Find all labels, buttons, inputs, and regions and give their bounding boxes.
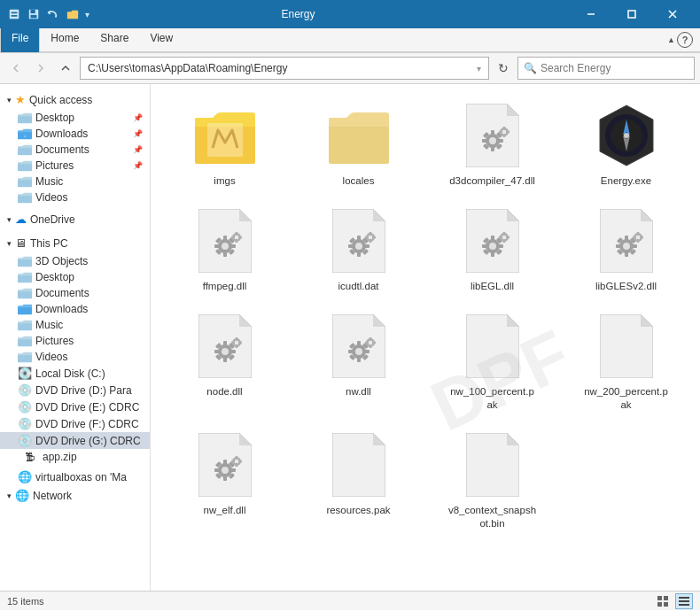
nw100-svg <box>466 314 519 378</box>
svg-rect-171 <box>230 468 236 472</box>
tab-share[interactable]: Share <box>89 28 139 51</box>
sidebar-item-dvd-g[interactable]: 💿 DVD Drive (G:) CDRC <box>0 432 150 449</box>
onedrive-header[interactable]: ▾ ☁ OneDrive <box>0 209 150 229</box>
address-dropdown-arrow[interactable]: ▾ <box>477 64 481 73</box>
svg-rect-190 <box>679 597 689 599</box>
svg-point-167 <box>222 467 229 474</box>
chevron-up-icon: ▲ <box>667 35 675 44</box>
maximize-button[interactable] <box>611 0 652 28</box>
file-item-node[interactable]: node.dll <box>159 304 290 419</box>
title-bar: ▾ Energy <box>0 0 700 28</box>
sidebar-item-3dobjects[interactable]: 3D Objects <box>0 253 150 269</box>
3dobjects-icon <box>18 255 32 267</box>
quick-access-header[interactable]: ▾ ★ Quick access <box>0 89 150 110</box>
sidebar-item-desktop-pc[interactable]: Desktop <box>0 269 150 285</box>
refresh-button[interactable]: ↻ <box>493 58 514 79</box>
sidebar-item-pictures-quick[interactable]: Pictures 📌 <box>0 158 150 174</box>
help-button[interactable]: ▲ ? <box>660 28 700 51</box>
file-item-icudtl[interactable]: icudtl.dat <box>293 198 424 300</box>
sidebar-item-dvd-d[interactable]: 💿 DVD Drive (D:) Para <box>0 382 150 398</box>
file-item-locales[interactable]: locales <box>293 93 424 195</box>
virtualbox-label: virtualboxas on 'Ma <box>35 471 143 483</box>
locales-folder-svg <box>327 105 391 166</box>
large-icons-view-button[interactable] <box>654 593 672 609</box>
network-header[interactable]: ▾ 🌐 Network <box>0 485 150 506</box>
sidebar-item-desktop-quick[interactable]: Desktop 📌 <box>0 110 150 126</box>
nw-icon <box>323 311 394 382</box>
file-item-resources[interactable]: resources.pak <box>293 422 424 538</box>
tab-home[interactable]: Home <box>40 28 89 51</box>
downloads-pc-label: Downloads <box>35 303 143 315</box>
file-item-imgs[interactable]: imgs <box>159 93 290 195</box>
svg-rect-189 <box>664 602 668 607</box>
zip-icon: 🗜 <box>25 452 39 462</box>
sidebar-item-dvd-e[interactable]: 💿 DVD Drive (E:) CDRC <box>0 398 150 415</box>
network-arrow: ▾ <box>7 491 12 500</box>
svg-rect-138 <box>235 337 237 341</box>
svg-rect-103 <box>502 239 505 243</box>
forward-button[interactable] <box>30 58 51 79</box>
sidebar-item-music-quick[interactable]: Music <box>0 174 150 189</box>
back-button[interactable] <box>5 58 27 79</box>
up-button[interactable] <box>55 58 76 79</box>
this-pc-label: This PC <box>30 237 68 250</box>
icudtl-icon <box>323 205 394 276</box>
onedrive-label: OneDrive <box>30 213 75 226</box>
sidebar-item-videos-quick[interactable]: Videos <box>0 189 150 205</box>
sidebar-item-appzip[interactable]: 🗜 app.zip <box>0 449 150 465</box>
sidebar-item-documents-pc[interactable]: Documents <box>0 285 150 301</box>
resources-label: resources.pak <box>326 504 390 517</box>
svg-marker-143 <box>373 314 385 327</box>
file-item-d3dcompiler[interactable]: d3dcompiler_47.dll <box>427 93 557 195</box>
file-item-nw100[interactable]: nw_100_percent.pak <box>427 304 557 419</box>
svg-point-101 <box>502 235 506 239</box>
address-path: C:\Users\tomas\AppData\Roaming\Energy <box>88 62 473 74</box>
sidebar-item-videos-pc[interactable]: Videos <box>0 349 150 365</box>
libglesv2-svg <box>600 209 653 273</box>
svg-rect-139 <box>235 344 237 348</box>
file-item-nw200[interactable]: nw_200_percent.pak <box>561 304 691 419</box>
svg-point-65 <box>234 235 238 239</box>
quick-access-star-icon: ★ <box>15 93 26 106</box>
file-item-nw[interactable]: nw.dll <box>293 304 424 419</box>
search-box[interactable]: 🔍 <box>517 57 695 80</box>
address-box[interactable]: C:\Users\tomas\AppData\Roaming\Energy ▾ <box>80 57 489 80</box>
svg-rect-187 <box>664 596 668 600</box>
file-item-energy-exe[interactable]: Energy.exe <box>561 93 691 195</box>
tab-file[interactable]: File <box>0 28 40 52</box>
sidebar-item-virtualbox[interactable]: 🌐 virtualboxas on 'Ma <box>0 468 150 485</box>
this-pc-header[interactable]: ▾ 🖥 This PC <box>0 233 150 253</box>
dvd-g-icon: 💿 <box>18 434 32 447</box>
file-item-nwelf[interactable]: nw_elf.dll <box>159 422 290 538</box>
ffmpeg-icon <box>190 205 261 276</box>
svg-rect-92 <box>491 236 494 241</box>
videos-quick-label: Videos <box>35 191 143 204</box>
icudtl-label: icudtl.dat <box>338 280 378 293</box>
sidebar-item-music-pc[interactable]: Music <box>0 317 150 333</box>
music-pc-label: Music <box>35 319 143 331</box>
sidebar-item-pictures-pc[interactable]: Pictures <box>0 333 150 349</box>
libglesv2-label: libGLESv2.dll <box>595 280 657 293</box>
minimize-button[interactable] <box>571 0 611 28</box>
sidebar-item-local-disk[interactable]: 💽 Local Disk (C:) <box>0 365 150 382</box>
content-area: imgs locales <box>151 84 700 546</box>
sidebar-item-downloads-pc[interactable]: Downloads <box>0 301 150 317</box>
svg-rect-121 <box>636 239 639 243</box>
file-item-libegl[interactable]: libEGL.dll <box>427 198 557 300</box>
file-item-libglesv2[interactable]: libGLESv2.dll <box>561 198 691 300</box>
sidebar-item-documents-quick[interactable]: Documents 📌 <box>0 142 150 158</box>
file-item-v8snapshot[interactable]: v8_context_snapshot.bin <box>427 422 557 538</box>
details-view-button[interactable] <box>675 593 693 609</box>
search-input[interactable] <box>541 62 688 74</box>
sidebar-item-dvd-f[interactable]: 💿 DVD Drive (F:) CDRC <box>0 415 150 432</box>
desktop-pc-icon <box>18 271 32 283</box>
downloads-quick-label: Downloads <box>35 128 128 140</box>
sidebar-item-downloads-quick[interactable]: ↓ Downloads 📌 <box>0 126 150 142</box>
tab-view[interactable]: View <box>139 28 183 51</box>
appzip-label: app.zip <box>43 451 143 463</box>
file-item-ffmpeg[interactable]: ffmpeg.dll <box>159 198 290 300</box>
svg-rect-0 <box>10 10 19 19</box>
close-button[interactable] <box>652 0 693 28</box>
svg-point-91 <box>489 243 496 250</box>
svg-rect-1 <box>12 12 18 13</box>
